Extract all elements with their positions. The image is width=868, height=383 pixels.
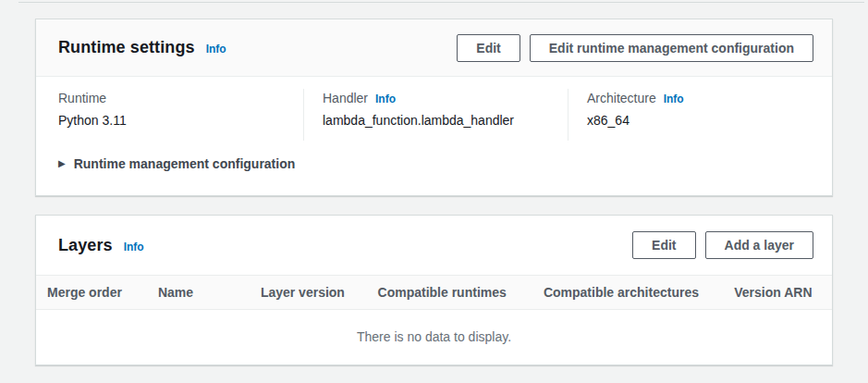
layers-actions: Edit Add a layer [632, 231, 813, 259]
field-handler: Handler Info lambda_function.lambda_hand… [303, 89, 568, 141]
handler-info-link[interactable]: Info [375, 93, 396, 105]
layers-table-header-row: Merge order Name Layer version Compatibl… [36, 275, 832, 310]
layers-info-link[interactable]: Info [124, 241, 144, 253]
runtime-management-configuration-expander[interactable]: ▶ Runtime management configuration [58, 156, 832, 171]
column-header-compatible-architectures: Compatible architectures [523, 285, 715, 300]
layers-title-group: Layers Info [58, 236, 144, 255]
layers-header: Layers Info Edit Add a layer [36, 216, 832, 275]
column-header-version-arn: Version ARN [715, 285, 832, 300]
field-architecture: Architecture Info x86_64 [568, 89, 832, 141]
runtime-settings-card: Runtime settings Info Edit Edit runtime … [35, 19, 833, 196]
runtime-field-value: Python 3.11 [58, 111, 285, 130]
edit-runtime-settings-button[interactable]: Edit [457, 34, 520, 62]
handler-field-value: lambda_function.lambda_handler [323, 111, 549, 130]
runtime-settings-title: Runtime settings [58, 38, 195, 57]
layers-card: Layers Info Edit Add a layer Merge order… [35, 215, 833, 365]
runtime-settings-fields: Runtime Python 3.11 Handler Info lambda_… [36, 77, 832, 141]
column-header-layer-version: Layer version [249, 285, 360, 300]
column-header-merge-order: Merge order [36, 285, 145, 300]
architecture-field-label: Architecture [587, 89, 656, 107]
column-header-name: Name [145, 285, 249, 300]
handler-field-label: Handler [323, 89, 368, 107]
runtime-field-label: Runtime [58, 89, 106, 107]
edit-runtime-management-configuration-button[interactable]: Edit runtime management configuration [530, 34, 813, 62]
add-a-layer-button[interactable]: Add a layer [705, 231, 813, 259]
runtime-settings-info-link[interactable]: Info [206, 43, 226, 56]
runtime-management-configuration-expander-label: Runtime management configuration [74, 156, 296, 171]
page-top-divider [18, 2, 864, 3]
architecture-info-link[interactable]: Info [664, 93, 684, 105]
layers-title: Layers [58, 236, 113, 255]
column-header-compatible-runtimes: Compatible runtimes [360, 285, 523, 300]
runtime-settings-title-group: Runtime settings Info [58, 38, 226, 57]
layers-table-empty-state: There is no data to display. [36, 310, 832, 364]
runtime-settings-header: Runtime settings Info Edit Edit runtime … [36, 19, 832, 77]
caret-right-icon: ▶ [58, 159, 66, 168]
field-runtime: Runtime Python 3.11 [36, 89, 303, 141]
architecture-field-value: x86_64 [587, 111, 813, 130]
empty-state-message: There is no data to display. [357, 329, 511, 344]
runtime-settings-actions: Edit Edit runtime management configurati… [457, 34, 813, 62]
edit-layers-button[interactable]: Edit [632, 231, 695, 259]
